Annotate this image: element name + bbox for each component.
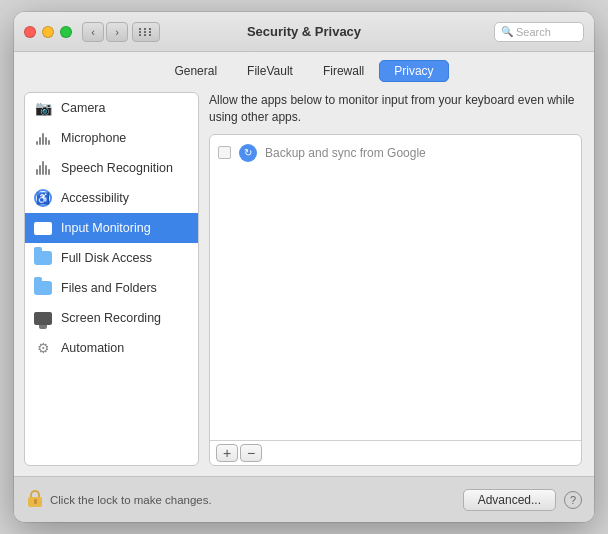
sidebar-item-files-and-folders[interactable]: Files and Folders xyxy=(25,273,198,303)
search-icon: 🔍 xyxy=(501,26,513,37)
maximize-button[interactable] xyxy=(60,26,72,38)
sidebar-label-accessibility: Accessibility xyxy=(61,191,129,205)
titlebar: ‹ › Security & Privacy 🔍 Search xyxy=(14,12,594,52)
microphone-icon xyxy=(33,128,53,148)
sync-arrow-icon: ↻ xyxy=(244,147,252,158)
sidebar: 📷 Camera Microphone xyxy=(24,92,199,466)
list-item: ↻ Backup and sync from Google xyxy=(210,139,581,167)
apps-list-container: ↻ Backup and sync from Google + − xyxy=(209,134,582,466)
screen-recording-icon xyxy=(33,308,53,328)
close-button[interactable] xyxy=(24,26,36,38)
list-controls: + − xyxy=(210,440,581,465)
sidebar-label-full-disk-access: Full Disk Access xyxy=(61,251,152,265)
minimize-button[interactable] xyxy=(42,26,54,38)
tab-privacy[interactable]: Privacy xyxy=(379,60,448,82)
search-placeholder: Search xyxy=(516,26,551,38)
accessibility-icon: ♿ xyxy=(33,188,53,208)
full-disk-folder-icon xyxy=(33,248,53,268)
sidebar-label-camera: Camera xyxy=(61,101,105,115)
grid-icon xyxy=(139,28,153,36)
app-name-backup-sync: Backup and sync from Google xyxy=(265,146,426,160)
sidebar-label-automation: Automation xyxy=(61,341,124,355)
tabs-bar: General FileVault Firewall Privacy xyxy=(14,52,594,82)
bottom-bar: Click the lock to make changes. Advanced… xyxy=(14,476,594,522)
lock-text: Click the lock to make changes. xyxy=(50,494,212,506)
sidebar-label-files-and-folders: Files and Folders xyxy=(61,281,157,295)
forward-button[interactable]: › xyxy=(106,22,128,42)
sidebar-label-input-monitoring: Input Monitoring xyxy=(61,221,151,235)
help-button[interactable]: ? xyxy=(564,491,582,509)
sidebar-label-speech-recognition: Speech Recognition xyxy=(61,161,173,175)
files-folder-icon xyxy=(33,278,53,298)
sidebar-item-microphone[interactable]: Microphone xyxy=(25,123,198,153)
sidebar-label-microphone: Microphone xyxy=(61,131,126,145)
sidebar-item-screen-recording[interactable]: Screen Recording xyxy=(25,303,198,333)
bottom-right: Advanced... ? xyxy=(463,489,582,511)
tab-filevault[interactable]: FileVault xyxy=(232,60,308,82)
sidebar-item-input-monitoring[interactable]: Input Monitoring xyxy=(25,213,198,243)
tab-firewall[interactable]: Firewall xyxy=(308,60,379,82)
description-text: Allow the apps below to monitor input fr… xyxy=(209,92,582,126)
remove-app-button[interactable]: − xyxy=(240,444,262,462)
tab-general[interactable]: General xyxy=(159,60,232,82)
sidebar-item-full-disk-access[interactable]: Full Disk Access xyxy=(25,243,198,273)
camera-icon: 📷 xyxy=(33,98,53,118)
main-window: ‹ › Security & Privacy 🔍 Search General … xyxy=(14,12,594,522)
app-checkbox-backup-sync[interactable] xyxy=(218,146,231,159)
speech-recognition-icon xyxy=(33,158,53,178)
sidebar-item-camera[interactable]: 📷 Camera xyxy=(25,93,198,123)
lock-icon xyxy=(26,490,44,510)
traffic-lights xyxy=(24,26,72,38)
search-box[interactable]: 🔍 Search xyxy=(494,22,584,42)
grid-view-button[interactable] xyxy=(132,22,160,42)
sidebar-item-speech-recognition[interactable]: Speech Recognition xyxy=(25,153,198,183)
sidebar-item-automation[interactable]: ⚙ Automation xyxy=(25,333,198,363)
back-button[interactable]: ‹ xyxy=(82,22,104,42)
advanced-button[interactable]: Advanced... xyxy=(463,489,556,511)
gear-icon: ⚙ xyxy=(33,338,53,358)
sidebar-item-accessibility[interactable]: ♿ Accessibility xyxy=(25,183,198,213)
input-monitor-icon xyxy=(33,218,53,238)
content-area: 📷 Camera Microphone xyxy=(14,82,594,476)
add-app-button[interactable]: + xyxy=(216,444,238,462)
app-icon-backup-sync: ↻ xyxy=(239,144,257,162)
apps-list: ↻ Backup and sync from Google xyxy=(210,135,581,440)
sidebar-label-screen-recording: Screen Recording xyxy=(61,311,161,325)
lock-area[interactable]: Click the lock to make changes. xyxy=(26,490,212,510)
main-panel: Allow the apps below to monitor input fr… xyxy=(209,92,582,466)
nav-buttons: ‹ › xyxy=(82,22,128,42)
window-title: Security & Privacy xyxy=(247,24,361,39)
